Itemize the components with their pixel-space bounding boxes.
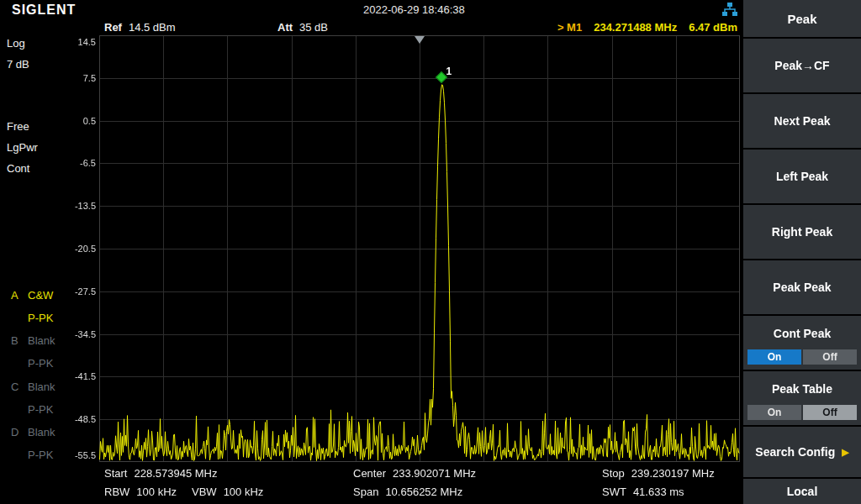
marker-id-label: > M1 [557,21,582,34]
softkey-label: Right Peak [772,225,832,239]
softkey-label: Next Peak [774,114,831,128]
softkey-label: Left Peak [776,170,828,183]
softkey-peak-peak[interactable]: Peak Peak [743,260,861,314]
y-axis-tick: -41.5 [75,371,96,381]
peak-table-on-option[interactable]: On [747,405,801,420]
swt-value: 41.633 ms [633,486,684,498]
local-button[interactable]: Local [743,479,861,504]
marker-amplitude: 6.47 dBm [689,21,737,34]
local-label: Local [787,485,818,498]
center-frequency: Center233.902071 MHz [353,467,476,480]
ref-label: Ref [104,21,122,34]
trace-d-detector: P-PK [28,449,53,461]
y-axis-tick: -27.5 [75,286,96,297]
ref-level: Ref14.5 dBm [104,21,176,34]
y-axis-tick: 7.5 [83,73,96,83]
center-freq-marker-icon [415,36,425,44]
analyzer-screen: SIGLENT 2022-06-29 18:46:38 Ref14.5 dBm … [0,0,861,504]
scale-type-label: Log [7,37,25,50]
cont-peak-on-option[interactable]: On [747,349,801,365]
menu-title: Peak [743,0,861,37]
stop-label: Stop [602,467,625,480]
softkey-peak-to-cf[interactable]: Peak→CF [743,39,861,92]
y-axis-tick: 0.5 [83,116,96,126]
start-label: Start [104,467,127,480]
att-value: 35 dB [299,21,328,34]
y-axis-tick: 14.5 [78,37,96,47]
submenu-arrow-icon: ▶ [842,447,848,458]
spectrum-display [99,35,740,462]
trace-d-id: D [11,426,18,438]
scale-div-label: 7 dB [7,58,29,71]
peak-table-toggle: On Off [747,405,857,420]
vbw-value: 100 kHz [224,486,264,498]
trace-b-detector: P-PK [28,357,53,370]
cont-peak-toggle: On Off [747,349,857,365]
trace-b-mode: Blank [28,334,55,347]
y-axis-tick: -6.5 [80,158,96,168]
softkey-peak-table[interactable]: Peak Table On Off [743,371,861,425]
span-label: Span [353,486,378,498]
vbw: VBW100 kHz [192,486,263,498]
trace-d-mode: Blank [28,426,55,438]
span: Span10.656252 MHz [353,486,462,498]
softkey-search-config[interactable]: Search Config ▶ [743,427,861,477]
softkey-label: Peak→CF [774,59,829,72]
trace-a-detector: P-PK [28,312,53,324]
network-icon [721,2,738,18]
trace-c-mode: Blank [28,381,55,393]
center-value: 233.902071 MHz [393,467,476,480]
stop-frequency: Stop239.230197 MHz [602,467,715,480]
center-label: Center [353,467,386,480]
start-value: 228.573945 MHz [134,467,217,480]
start-frequency: Start228.573945 MHz [104,467,217,480]
y-axis-tick: -34.5 [75,329,96,339]
span-value: 10.656252 MHz [385,486,462,498]
marker-readout: > M1 234.271488 MHz 6.47 dBm [557,21,737,34]
rbw: RBW100 kHz [104,486,177,498]
trigger-label: Free [7,120,29,133]
vbw-label: VBW [192,486,217,498]
softkey-right-peak[interactable]: Right Peak [743,205,861,259]
brand-logo: SIGLENT [12,3,76,18]
sweep-mode-label: Cont [7,162,29,175]
peak-table-off-option[interactable]: Off [803,405,857,420]
y-axis-tick: -13.5 [75,201,96,211]
swt-label: SWT [602,486,626,498]
y-axis-tick: -48.5 [75,414,96,424]
cont-peak-off-option[interactable]: Off [803,349,857,365]
softkey-label: Peak Peak [773,281,831,294]
power-mode-label: LgPwr [7,141,38,154]
softkey-label: Search Config [755,445,835,459]
y-axis-tick: -20.5 [75,244,96,254]
marker-frequency: 234.271488 MHz [594,21,677,34]
stop-value: 239.230197 MHz [631,467,715,480]
datetime: 2022-06-29 18:46:38 [363,3,465,16]
rbw-label: RBW [104,486,129,498]
softkey-menu: Peak Peak→CF Next Peak Left Peak Right P… [743,0,861,504]
rbw-value: 100 kHz [136,486,177,498]
softkey-label: Cont Peak [774,327,831,340]
trace-b-id: B [11,334,18,347]
ref-value: 14.5 dBm [129,21,176,34]
softkey-next-peak[interactable]: Next Peak [743,94,861,148]
trace-c-id: C [11,381,18,393]
trace-c-detector: P-PK [28,403,53,416]
softkey-left-peak[interactable]: Left Peak [743,150,861,203]
trace-a-id: A [11,289,18,302]
attenuation: Att35 dB [277,21,328,34]
softkey-cont-peak[interactable]: Cont Peak On Off [743,316,861,370]
trace-a-mode: C&W [28,289,53,302]
marker-1-label: 1 [446,66,452,77]
softkey-label: Peak Table [772,382,832,396]
sweep-time: SWT41.633 ms [602,486,684,498]
att-label: Att [277,21,293,34]
y-axis-tick: -55.5 [75,450,96,460]
